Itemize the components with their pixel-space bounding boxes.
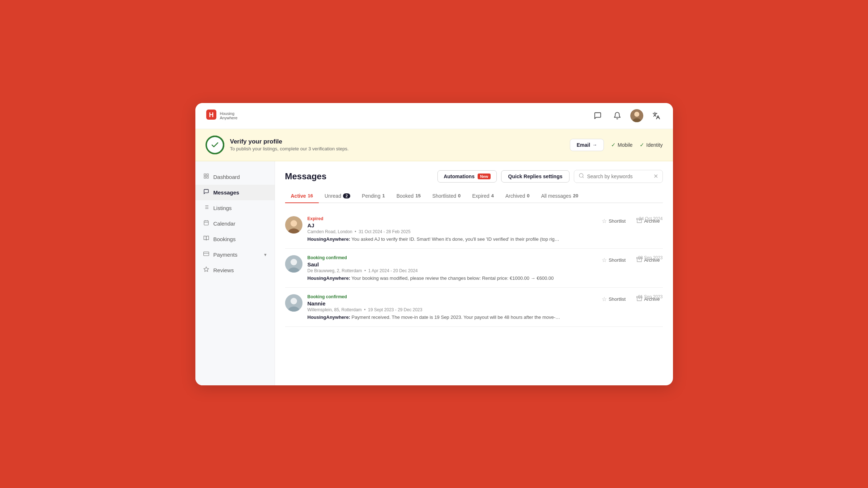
sidebar-item-listings[interactable]: Listings xyxy=(195,200,275,216)
tab-shortlisted-count: 0 xyxy=(458,193,461,198)
identity-step: ✓ Identity xyxy=(640,142,662,148)
reviews-icon xyxy=(203,266,209,274)
svg-line-23 xyxy=(583,177,584,178)
search-icon xyxy=(579,173,584,180)
svg-marker-21 xyxy=(204,267,208,271)
chat-icon-button[interactable] xyxy=(591,109,604,122)
top-nav: H Housing Anywhere xyxy=(195,103,673,129)
bookings-icon xyxy=(203,235,209,243)
translate-icon-button[interactable] xyxy=(650,109,663,122)
tab-unread-badge: 2 xyxy=(343,193,350,198)
svg-point-25 xyxy=(291,220,297,227)
tab-archived[interactable]: Archived 0 xyxy=(500,189,535,203)
automations-label: Automations xyxy=(444,174,475,179)
tab-booked-label: Booked xyxy=(397,193,414,199)
message-body-nannie: Booking confirmed Nannie Willemsplein, 8… xyxy=(308,294,594,320)
tab-booked[interactable]: Booked 15 xyxy=(391,189,427,203)
star-icon: ☆ xyxy=(602,218,607,224)
sidebar-item-calendar[interactable]: Calendar xyxy=(195,216,275,231)
message-preview-aj: HousingAnywhere: You asked AJ to verify … xyxy=(308,236,561,242)
logo[interactable]: H Housing Anywhere xyxy=(206,109,238,123)
mobile-step: ✓ Mobile xyxy=(611,142,632,148)
verify-subtitle: To publish your listings, complete our 3… xyxy=(230,146,349,151)
verify-title: Verify your profile xyxy=(230,138,349,145)
svg-rect-15 xyxy=(204,221,208,225)
star-icon: ☆ xyxy=(602,257,607,264)
dashboard-icon xyxy=(203,173,209,181)
calendar-icon xyxy=(203,220,209,227)
quick-replies-button[interactable]: Quick Replies settings xyxy=(501,170,569,183)
message-avatar-aj xyxy=(285,216,302,234)
tab-all-messages[interactable]: All messages 20 xyxy=(535,189,584,203)
message-item-saul[interactable]: Booking confirmed Saul De Brauwweg, 2, R… xyxy=(285,249,663,288)
shortlist-button-aj[interactable]: ☆ Shortlist xyxy=(599,216,628,226)
search-clear-icon[interactable]: ✕ xyxy=(653,173,658,180)
tab-expired[interactable]: Expired 4 xyxy=(466,189,500,203)
svg-point-22 xyxy=(579,174,583,177)
tab-archived-label: Archived xyxy=(505,193,525,199)
sidebar-label-listings: Listings xyxy=(213,205,232,211)
search-box: ✕ xyxy=(574,170,663,183)
payments-icon xyxy=(203,251,209,258)
email-step-button[interactable]: Email → xyxy=(570,139,604,151)
svg-rect-7 xyxy=(207,176,208,178)
message-date-aj: 24 Oct 2024 xyxy=(639,216,662,221)
message-location-aj: Camden Road, London • 31 Oct 2024 - 28 F… xyxy=(308,229,594,234)
message-name-saul: Saul xyxy=(308,261,594,267)
message-location-nannie: Willemsplein, 85, Rotterdam • 19 Sept 20… xyxy=(308,307,594,312)
search-input[interactable] xyxy=(587,174,651,179)
message-preview-saul: HousingAnywhere: Your booking was modifi… xyxy=(308,275,561,281)
automations-badge: New xyxy=(478,174,491,179)
automations-button[interactable]: Automations New xyxy=(437,170,497,183)
svg-point-35 xyxy=(291,298,297,304)
shortlist-button-nannie[interactable]: ☆ Shortlist xyxy=(599,294,628,304)
message-avatar-nannie xyxy=(285,294,302,312)
svg-point-3 xyxy=(634,112,639,117)
chevron-down-icon: ▾ xyxy=(264,252,267,257)
user-avatar[interactable] xyxy=(630,109,643,122)
sidebar-item-bookings[interactable]: Bookings xyxy=(195,231,275,247)
tab-active[interactable]: Active 16 xyxy=(285,189,319,203)
message-date-nannie: 01 Sep 2023 xyxy=(638,294,662,299)
sidebar-item-payments[interactable]: Payments ▾ xyxy=(195,247,275,262)
message-item[interactable]: Expired AJ Camden Road, London • 31 Oct … xyxy=(285,210,663,249)
sidebar-label-reviews: Reviews xyxy=(213,267,234,273)
sidebar-item-dashboard[interactable]: Dashboard xyxy=(195,169,275,185)
identity-step-label: Identity xyxy=(646,142,662,148)
tab-all-messages-count: 20 xyxy=(573,193,578,198)
message-name-aj: AJ xyxy=(308,222,594,228)
shortlist-button-saul[interactable]: ☆ Shortlist xyxy=(599,255,628,265)
message-date-saul: 08 Sep 2023 xyxy=(638,255,662,260)
mobile-step-label: Mobile xyxy=(618,142,632,148)
svg-rect-19 xyxy=(203,252,209,256)
message-body-saul: Booking confirmed Saul De Brauwweg, 2, R… xyxy=(308,255,594,281)
sidebar-item-reviews[interactable]: Reviews xyxy=(195,262,275,278)
shortlist-label: Shortlist xyxy=(609,296,626,302)
notification-icon-button[interactable] xyxy=(611,109,624,122)
tab-shortlisted-label: Shortlisted xyxy=(432,193,456,199)
message-item-nannie[interactable]: Booking confirmed Nannie Willemsplein, 8… xyxy=(285,288,663,327)
sidebar-item-messages[interactable]: Messages xyxy=(195,185,275,200)
identity-check-icon: ✓ xyxy=(640,142,644,148)
svg-rect-5 xyxy=(204,174,206,176)
logo-text: Housing Anywhere xyxy=(220,111,238,120)
top-nav-icons xyxy=(591,109,663,122)
tab-unread[interactable]: Unread 2 xyxy=(319,189,356,203)
verify-text: Verify your profile To publish your list… xyxy=(230,138,349,151)
tab-shortlisted[interactable]: Shortlisted 0 xyxy=(427,189,466,203)
sidebar-label-bookings: Bookings xyxy=(213,236,236,242)
main-layout: Dashboard Messages Listings Calendar xyxy=(195,161,673,385)
message-preview-nannie: HousingAnywhere: Payment received. The m… xyxy=(308,314,561,320)
message-status-nannie: Booking confirmed xyxy=(308,294,594,299)
svg-text:H: H xyxy=(209,111,213,119)
tab-pending[interactable]: Pending 1 xyxy=(356,189,391,203)
header-actions: Automations New Quick Replies settings ✕ xyxy=(437,170,662,183)
tab-booked-count: 15 xyxy=(415,193,420,198)
verify-icon xyxy=(206,136,224,154)
message-name-nannie: Nannie xyxy=(308,300,594,307)
tabs-bar: Active 16 Unread 2 Pending 1 Booked 15 S… xyxy=(285,189,663,203)
svg-rect-8 xyxy=(204,176,206,178)
message-body-aj: Expired AJ Camden Road, London • 31 Oct … xyxy=(308,216,594,242)
email-step-arrow: → xyxy=(592,142,597,147)
tab-active-label: Active xyxy=(291,193,306,199)
